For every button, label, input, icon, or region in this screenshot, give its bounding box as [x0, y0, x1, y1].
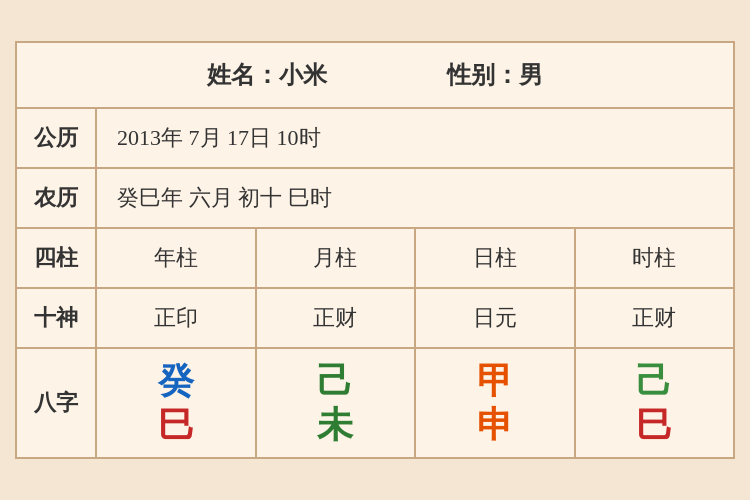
header-row: 姓名：小米 性别：男 [17, 43, 733, 109]
gender-label: 性别：男 [447, 59, 543, 91]
bazhi-top-3: 己 [636, 363, 672, 399]
sizhu-cells: 年柱 月柱 日柱 时柱 [97, 229, 733, 287]
bazhi-cells: 癸 巳 己 未 甲 申 己 巳 [97, 349, 733, 457]
shishen-cell-1: 正财 [257, 289, 417, 347]
bazhi-cell-3: 己 巳 [576, 349, 734, 457]
lunar-content: 癸巳年 六月 初十 巳时 [97, 171, 733, 225]
bazhi-bottom-2: 申 [477, 407, 513, 443]
bazhi-bottom-1: 未 [317, 407, 353, 443]
main-container: 姓名：小米 性别：男 公历 2013年 7月 17日 10时 农历 癸巳年 六月… [15, 41, 735, 459]
shishen-cells: 正印 正财 日元 正财 [97, 289, 733, 347]
bazhi-bottom-3: 巳 [636, 407, 672, 443]
bazhi-label: 八字 [17, 349, 97, 457]
bazhi-top-2: 甲 [477, 363, 513, 399]
shishen-cell-3: 正财 [576, 289, 734, 347]
sizhu-label: 四柱 [17, 229, 97, 287]
gregorian-content: 2013年 7月 17日 10时 [97, 111, 733, 165]
sizhu-cell-1: 月柱 [257, 229, 417, 287]
shishen-cell-0: 正印 [97, 289, 257, 347]
gregorian-row: 公历 2013年 7月 17日 10时 [17, 109, 733, 169]
bazhi-cell-2: 甲 申 [416, 349, 576, 457]
bazhi-cell-1: 己 未 [257, 349, 417, 457]
lunar-row: 农历 癸巳年 六月 初十 巳时 [17, 169, 733, 229]
sizhu-cell-3: 时柱 [576, 229, 734, 287]
bazhi-row: 八字 癸 巳 己 未 甲 申 己 巳 [17, 349, 733, 457]
lunar-label: 农历 [17, 169, 97, 227]
name-label: 姓名：小米 [207, 59, 327, 91]
bazhi-bottom-0: 巳 [158, 407, 194, 443]
bazhi-top-1: 己 [317, 363, 353, 399]
sizhu-row: 四柱 年柱 月柱 日柱 时柱 [17, 229, 733, 289]
sizhu-cell-2: 日柱 [416, 229, 576, 287]
sizhu-cell-0: 年柱 [97, 229, 257, 287]
shishen-row: 十神 正印 正财 日元 正财 [17, 289, 733, 349]
bazhi-cell-0: 癸 巳 [97, 349, 257, 457]
bazhi-top-0: 癸 [158, 363, 194, 399]
shishen-label: 十神 [17, 289, 97, 347]
gregorian-label: 公历 [17, 109, 97, 167]
shishen-cell-2: 日元 [416, 289, 576, 347]
